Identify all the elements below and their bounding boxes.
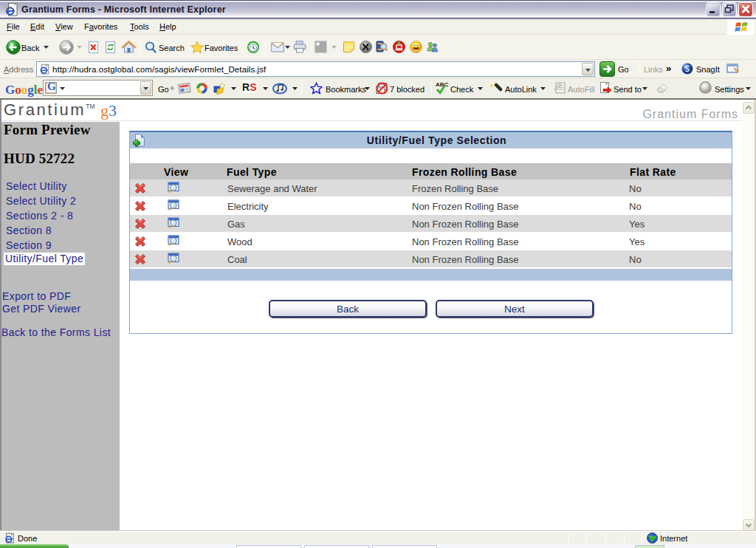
svg-text:ABC: ABC — [436, 81, 449, 88]
